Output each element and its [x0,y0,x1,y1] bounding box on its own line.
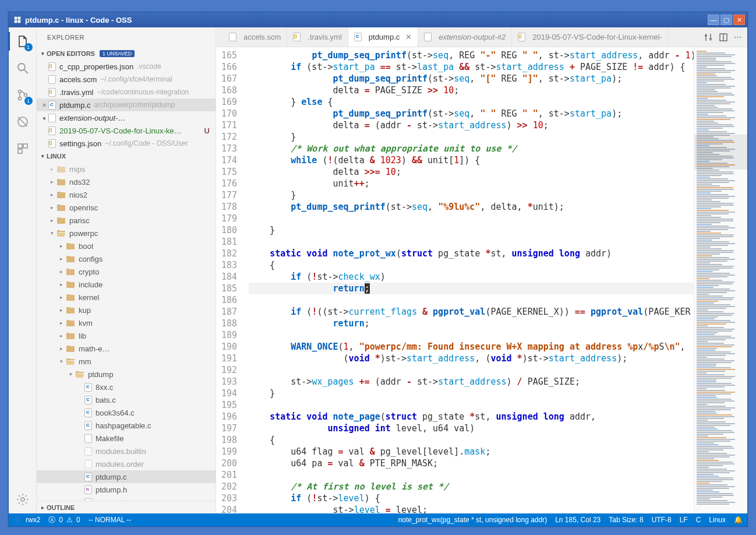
c-file-icon [84,409,92,417]
folder-icon [66,318,75,328]
chevron-down-icon: ▾ [41,153,44,159]
editor-tab[interactable]: accels.scm [223,27,287,47]
status-encoding[interactable]: UTF-8 [652,516,672,524]
file-icon [48,75,56,84]
open-editor-item[interactable]: accels.scm~/.config/xfce4/terminal [37,73,216,86]
folder-icon [66,267,75,276]
minimize-button[interactable]: — [708,15,719,25]
editor-tab[interactable]: 2019-05-07-VS-Code-for-Linux-kernel- [512,27,669,47]
file-tree-item[interactable]: book3s64.c [37,406,216,419]
folder-icon [66,331,75,340]
file-tree-item[interactable]: ▸parisc [37,214,216,227]
activity-bar: 1 1 [9,27,37,513]
json-file-icon [518,33,525,41]
extensions-activity[interactable] [15,140,31,157]
compare-icon[interactable] [704,33,713,42]
open-editor-item[interactable]: 2019-05-07-VS-Code-for-Linux-ke…U [37,124,216,137]
json-file-icon [48,88,56,97]
svg-point-0 [18,64,25,71]
file-tree-item[interactable]: ▸nios2 [37,188,216,201]
file-tree-item[interactable]: segment_regs.c [37,496,216,501]
folder-open-icon [56,228,66,238]
json-file-icon [48,126,56,135]
file-tree-item[interactable]: ▸kup [37,304,216,316]
status-tabsize[interactable]: Tab Size: 8 [609,516,643,524]
folder-icon [56,203,66,212]
open-editor-item[interactable]: ●extension-output-… [37,111,216,124]
editor-tab[interactable]: ptdump.c✕ [348,27,418,47]
file-tree-item[interactable]: ▸math-e… [37,342,216,355]
file-tree-item[interactable]: 8xx.c [37,381,216,393]
status-os[interactable]: Linux [709,516,726,524]
folder-icon [66,344,75,353]
status-eol[interactable]: LF [680,516,688,524]
folder-icon [56,190,66,199]
debug-activity[interactable] [15,114,31,130]
file-tree-item[interactable]: ▾mm [37,355,216,368]
file-tree-item[interactable]: ▾powerpc [37,227,216,240]
open-editor-item[interactable]: settings.json~/.config/Code - OSS/User [37,137,216,150]
close-button[interactable]: ✕ [733,15,745,25]
window-buttons: — ▢ ✕ [708,15,745,25]
folder-icon [66,305,75,315]
file-tree-item[interactable]: ▸crypto [37,265,216,278]
file-tree-item[interactable]: hashpagetable.c [37,419,216,432]
status-function[interactable]: note_prot_wx(pg_state * st, unsigned lon… [398,516,547,524]
file-tree-item[interactable]: ptdump.h [37,483,216,496]
file-tree-item[interactable]: ▸nds32 [37,175,216,188]
settings-activity[interactable] [15,491,31,508]
file-tree-item[interactable]: ▸kvm [37,316,216,329]
scm-badge: 1 [24,97,33,105]
status-language[interactable]: C [696,516,701,524]
outline-header[interactable]: ▸ OUTLINE [37,501,216,513]
titlebar[interactable]: ptdump.c - linux - Code - OSS — ▢ ✕ [9,12,747,27]
c-file-icon [84,421,92,430]
explorer-title: EXPLORER [37,27,216,47]
file-tree-item[interactable]: ▾ptdump [37,368,216,381]
folder-icon [56,177,66,186]
file-tree-item[interactable]: modules.order [37,457,216,470]
split-icon[interactable] [719,33,728,42]
file-tree-item[interactable]: ▸kernel [37,291,216,304]
unsaved-badge: 1 UNSAVED [100,50,135,57]
code-editor[interactable]: pt_dump_seq_printf(st->seq, REG "-" REG … [242,47,694,513]
editor-tab[interactable]: .travis.yml [287,27,348,47]
search-activity[interactable] [15,60,31,76]
file-icon [84,460,92,469]
file-tree-item[interactable]: ▸include [37,278,216,291]
status-problems[interactable]: ⓧ 0 ⚠ 0 [48,515,80,525]
editor-tab[interactable]: extension-output-#2 [418,27,512,47]
status-position[interactable]: Ln 185, Col 23 [555,516,600,524]
linux-header[interactable]: ▾ LINUX [37,150,216,163]
file-tree-item[interactable]: bats.c [37,393,216,406]
maximize-button[interactable]: ▢ [720,15,732,25]
file-tree-item[interactable]: modules.builtin [37,445,216,457]
folder-open-icon [75,369,84,379]
status-vim-mode[interactable]: -- NORMAL -- [89,516,132,524]
svg-rect-8 [23,144,27,148]
editor-tabs: accels.scm.travis.ymlptdump.c✕extension-… [216,27,747,47]
status-perm[interactable]: 👤 rwx2 [13,516,40,524]
file-tree-item[interactable]: ▸lib [37,329,216,342]
json-file-icon [48,139,56,148]
minimap[interactable] [694,47,747,513]
file-tree-item[interactable]: ▸mips [37,163,216,175]
folder-icon [66,254,75,263]
minimap-viewport[interactable] [694,135,747,170]
h-file-icon [84,485,92,494]
file-tree-item[interactable]: ptdump.c [37,470,216,483]
file-tree-item[interactable]: ▸boot [37,240,216,252]
more-icon[interactable]: ⋯ [734,33,741,41]
open-editors-header[interactable]: ▾ OPEN EDITORS 1 UNSAVED [37,47,216,60]
file-tree-item[interactable]: Makefile [37,432,216,445]
open-editor-item[interactable]: ✕ptdump.carch/powerpc/mm/ptdump [37,98,216,111]
file-tree-item[interactable]: ▸configs [37,252,216,265]
open-editor-item[interactable]: c_cpp_properties.json.vscode [37,60,216,73]
close-icon[interactable]: ✕ [405,33,412,41]
scm-activity[interactable]: 1 [15,87,31,103]
notifications-icon[interactable]: 🔔 [734,516,743,524]
open-editor-item[interactable]: .travis.yml~/code/continuous-integration [37,86,216,98]
file-tree-item[interactable]: ▸openrisc [37,201,216,214]
explorer-activity[interactable]: 1 [15,33,31,50]
svg-point-10 [21,498,24,501]
